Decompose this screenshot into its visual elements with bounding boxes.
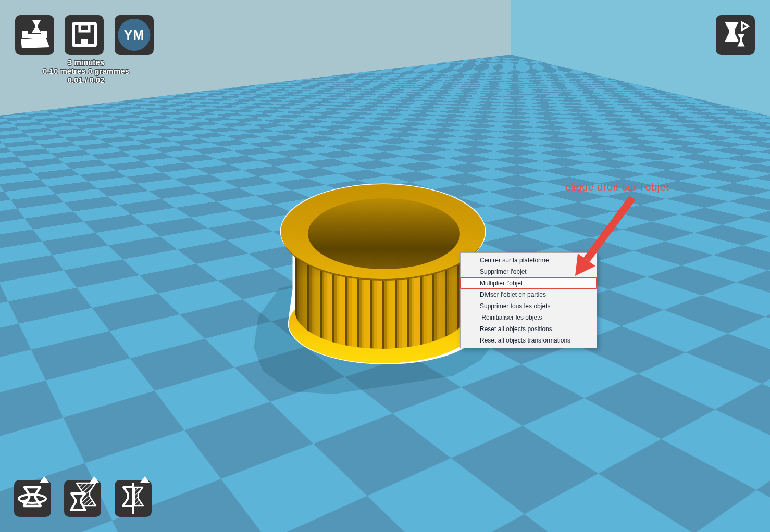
viewport-3d: YM 3 minutes 0.10 mètres 0 grammes 0.01 … <box>0 0 770 532</box>
tool-expand-triangle <box>140 476 150 483</box>
menu-item-delete-object[interactable]: Supprimer l'objet <box>461 266 597 277</box>
scale-icon <box>64 480 101 517</box>
tool-expand-triangle <box>40 476 49 483</box>
menu-item-delete-all-objects[interactable]: Supprimer tous les objets <box>461 300 597 312</box>
material-cost: 0.01 / 0.02 <box>10 75 162 84</box>
menu-item-multiply-object[interactable]: Multiplier l'objet <box>461 277 597 289</box>
menu-item-reload-objects[interactable]: Réinitialiser les objets <box>461 312 597 323</box>
context-menu: Centrer sur la plateforme Supprimer l'ob… <box>460 252 597 348</box>
pulley-bore <box>308 198 460 269</box>
save-toolpath-button[interactable] <box>65 15 104 55</box>
ym-logo-text: YM <box>124 28 145 42</box>
scale-button[interactable] <box>64 480 101 517</box>
menu-item-split-object[interactable]: Diviser l'objet en parties <box>461 289 597 300</box>
model-pulley[interactable] <box>281 184 485 363</box>
view-mode-button[interactable] <box>716 15 755 55</box>
save-toolpath-icon <box>65 15 104 55</box>
print-stats: 3 minutes 0.10 mètres 0 grammes 0.01 / 0… <box>10 58 162 84</box>
menu-item-reset-positions[interactable]: Reset all objects positions <box>461 323 597 335</box>
material-usage: 0.10 mètres 0 grammes <box>10 67 162 75</box>
view-mode-icon <box>716 15 755 55</box>
tool-expand-triangle <box>90 476 99 483</box>
tutorial-annotation: clique droit sur l'objet <box>565 181 669 193</box>
youmagine-button[interactable]: YM <box>115 15 154 55</box>
mirror-button[interactable] <box>115 480 152 517</box>
mirror-icon <box>115 480 152 517</box>
load-model-icon <box>15 15 54 55</box>
youmagine-icon: YM <box>115 15 154 55</box>
menu-item-center-on-platform[interactable]: Centrer sur la plateforme <box>461 255 597 266</box>
rotate-icon <box>14 480 51 517</box>
print-time: 3 minutes <box>10 58 162 67</box>
load-model-button[interactable] <box>15 15 54 55</box>
menu-item-reset-transformations[interactable]: Reset all objects transformations <box>461 335 597 346</box>
rotate-button[interactable] <box>14 480 51 517</box>
